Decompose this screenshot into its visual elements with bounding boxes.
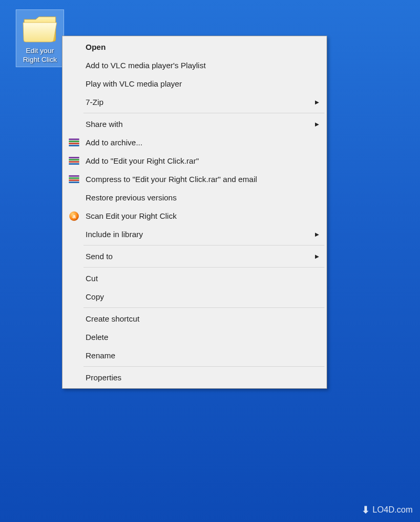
chevron-right-icon: ▶ [315, 231, 321, 237]
menu-compress-and-email[interactable]: Compress to "Edit your Right Click.rar" … [64, 170, 326, 188]
menu-7zip[interactable]: 7-Zip ▶ [64, 93, 326, 111]
empty-icon [66, 272, 82, 285]
empty-icon [66, 250, 82, 263]
menu-properties[interactable]: Properties [64, 368, 326, 387]
empty-icon [66, 59, 82, 72]
download-arrow-icon: ⬇ [362, 504, 370, 516]
menu-copy[interactable]: Copy [64, 287, 326, 306]
empty-icon [66, 313, 82, 325]
desktop-icon-label: Edit your Right Click [18, 47, 61, 65]
watermark: ⬇ LO4D.com [362, 504, 413, 516]
antivirus-icon: a [66, 210, 82, 222]
menu-cut[interactable]: Cut [64, 269, 326, 287]
empty-icon [66, 78, 82, 90]
empty-icon [66, 228, 82, 241]
menu-separator [83, 267, 324, 268]
empty-icon [66, 291, 82, 303]
empty-icon [66, 96, 82, 109]
empty-icon [66, 118, 82, 131]
empty-icon [66, 191, 82, 204]
menu-separator [83, 307, 324, 308]
empty-icon [66, 41, 82, 54]
chevron-right-icon: ▶ [315, 99, 321, 105]
winrar-icon [66, 173, 82, 186]
menu-share-with[interactable]: Share with ▶ [64, 115, 326, 133]
menu-add-to-rar[interactable]: Add to "Edit your Right Click.rar" [64, 152, 326, 170]
winrar-icon [66, 136, 82, 149]
menu-include-in-library[interactable]: Include in library ▶ [64, 225, 326, 243]
folder-icon [21, 13, 59, 45]
menu-open[interactable]: Open [64, 38, 326, 56]
menu-vlc-add-playlist[interactable]: Add to VLC media player's Playlist [64, 56, 326, 74]
menu-restore-versions[interactable]: Restore previous versions [64, 188, 326, 207]
menu-add-to-archive[interactable]: Add to archive... [64, 133, 326, 152]
menu-delete[interactable]: Delete [64, 328, 326, 346]
menu-create-shortcut[interactable]: Create shortcut [64, 310, 326, 328]
menu-separator [83, 366, 324, 367]
menu-rename[interactable]: Rename [64, 346, 326, 365]
winrar-icon [66, 155, 82, 167]
menu-scan[interactable]: a Scan Edit your Right Click [64, 207, 326, 225]
menu-separator [83, 245, 324, 246]
chevron-right-icon: ▶ [315, 253, 321, 259]
menu-vlc-play[interactable]: Play with VLC media player [64, 74, 326, 93]
menu-separator [83, 113, 324, 113]
desktop-folder-icon[interactable]: Edit your Right Click [16, 9, 64, 67]
empty-icon [66, 371, 82, 384]
empty-icon [66, 349, 82, 362]
chevron-right-icon: ▶ [315, 121, 321, 127]
context-menu: Open Add to VLC media player's Playlist … [62, 36, 327, 389]
empty-icon [66, 331, 82, 344]
menu-send-to[interactable]: Send to ▶ [64, 247, 326, 265]
watermark-text: LO4D.com [373, 505, 413, 515]
